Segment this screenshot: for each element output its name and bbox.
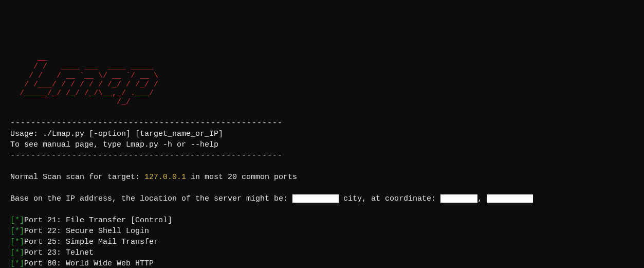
location-mid2: , — [477, 194, 487, 203]
divider-top: ----------------------------------------… — [10, 119, 283, 128]
port-line-25: [*]Port 25: Simple Mail Transfer — [10, 238, 158, 246]
location-mid1: city, at coordinate: — [339, 194, 440, 203]
redacted-coord-1 — [440, 194, 477, 203]
port-text: Port 80: World Wide Web HTTP — [24, 259, 154, 268]
star-icon: [*] — [10, 227, 24, 236]
star-icon: [*] — [10, 248, 24, 257]
logo-l4: / /___/ / / / / / /_/ / /_/ / — [10, 80, 634, 89]
redacted-coord-2 — [487, 194, 533, 203]
star-icon: [*] — [10, 259, 24, 268]
port-text: Port 21: File Transfer [Control] — [24, 216, 172, 225]
ascii-logo: __ / / ____ ___ ____ _____ / / / __ `__ … — [10, 53, 634, 107]
star-icon: [*] — [10, 238, 24, 246]
location-line: Base on the IP address, the location of … — [10, 194, 533, 203]
location-prefix: Base on the IP address, the location of … — [10, 194, 292, 203]
scan-suffix: in most 20 common ports — [186, 173, 297, 182]
target-ip: 127.0.0.1 — [144, 173, 186, 182]
port-text: Port 23: Telnet — [24, 248, 94, 257]
port-line-21: [*]Port 21: File Transfer [Control] — [10, 216, 172, 225]
usage-line: Usage: ./Lmap.py [-option] [target_name_… — [10, 130, 223, 138]
scan-target-line: Normal Scan scan for target: 127.0.0.1 i… — [10, 173, 297, 182]
logo-l3: / / / __ `__ \/ __ `/ __ \ — [10, 72, 634, 80]
logo-l6: /_/ — [10, 98, 634, 106]
divider-bottom: ----------------------------------------… — [10, 151, 283, 160]
logo-l5: /_____/_/ /_/ /_/\__,_/ .___/ — [10, 89, 634, 98]
logo-l2: / / ____ ___ ____ _____ — [10, 62, 634, 71]
star-icon: [*] — [10, 216, 24, 225]
scan-prefix: Normal Scan scan for target: — [10, 173, 144, 182]
port-line-80: [*]Port 80: World Wide Web HTTP — [10, 259, 154, 268]
port-text: Port 22: Secure Shell Login — [24, 227, 149, 236]
logo-l1: __ — [10, 53, 634, 62]
port-line-22: [*]Port 22: Secure Shell Login — [10, 227, 149, 236]
port-text: Port 25: Simple Mail Transfer — [24, 238, 158, 246]
redacted-city — [292, 194, 339, 203]
manual-line: To see manual page, type Lmap.py -h or -… — [10, 140, 218, 149]
port-line-23: [*]Port 23: Telnet — [10, 248, 94, 257]
